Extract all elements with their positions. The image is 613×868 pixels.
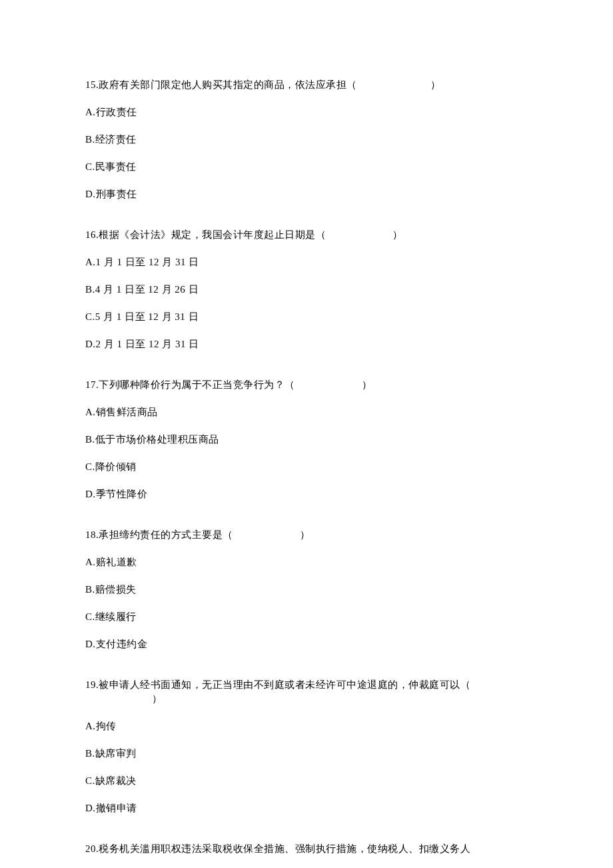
stem-text-pre: 16.根据《会计法》规定，我国会计年度起止日期是（ bbox=[85, 229, 326, 240]
stem-text-post: ） bbox=[430, 79, 441, 90]
question-stem-line1: 20.税务机关滥用职权违法采取税收保全措施、强制执行措施，使纳税人、扣缴义务人 bbox=[85, 842, 528, 856]
option-c: C.民事责任 bbox=[85, 160, 528, 174]
option-c: C.5 月 1 日至 12 月 31 日 bbox=[85, 310, 528, 324]
question-stem: 16.根据《会计法》规定，我国会计年度起止日期是（） bbox=[85, 228, 528, 242]
question-20: 20.税务机关滥用职权违法采取税收保全措施、强制执行措施，使纳税人、扣缴义务人 … bbox=[85, 842, 528, 868]
stem-text-post: ） bbox=[362, 379, 372, 390]
stem-text-pre: 15.政府有关部门限定他人购买其指定的商品，依法应承担（ bbox=[85, 79, 357, 90]
option-c: C.降价倾销 bbox=[85, 460, 528, 474]
question-15: 15.政府有关部门限定他人购买其指定的商品，依法应承担（） A.行政责任 B.经… bbox=[85, 78, 528, 201]
question-19: 19.被申请人经书面通知，无正当理由不到庭或者未经许可中途退庭的，仲裁庭可以（）… bbox=[85, 678, 528, 815]
option-a: A.行政责任 bbox=[85, 105, 528, 119]
option-d: D.刑事责任 bbox=[85, 187, 528, 201]
question-stem: 15.政府有关部门限定他人购买其指定的商品，依法应承担（） bbox=[85, 78, 528, 92]
option-d: D.季节性降价 bbox=[85, 487, 528, 501]
option-b: B.缺席审判 bbox=[85, 747, 528, 761]
stem-text-post: ） bbox=[152, 693, 163, 704]
option-c: C.继续履行 bbox=[85, 610, 528, 624]
option-d: D.支付违约金 bbox=[85, 637, 528, 651]
option-b: B.赔偿损失 bbox=[85, 583, 528, 597]
stem-text-pre: 17.下列哪种降价行为属于不正当竞争行为？（ bbox=[85, 379, 295, 390]
option-d: D.2 月 1 日至 12 月 31 日 bbox=[85, 337, 528, 351]
option-a: A.赔礼道歉 bbox=[85, 555, 528, 569]
question-18: 18.承担缔约责任的方式主要是（） A.赔礼道歉 B.赔偿损失 C.继续履行 D… bbox=[85, 528, 528, 651]
question-17: 17.下列哪种降价行为属于不正当竞争行为？（） A.销售鲜活商品 B.低于市场价… bbox=[85, 378, 528, 501]
stem-text-post: ） bbox=[300, 529, 310, 540]
question-stem: 18.承担缔约责任的方式主要是（） bbox=[85, 528, 528, 542]
stem-text-post: ） bbox=[392, 229, 403, 240]
option-b: B.4 月 1 日至 12 月 26 日 bbox=[85, 283, 528, 297]
stem-text-pre: 18.承担缔约责任的方式主要是（ bbox=[85, 529, 233, 540]
option-a: A.拘传 bbox=[85, 719, 528, 733]
option-b: B.经济责任 bbox=[85, 133, 528, 147]
option-a: A.1 月 1 日至 12 月 31 日 bbox=[85, 255, 528, 269]
option-a: A.销售鲜活商品 bbox=[85, 405, 528, 419]
option-c: C.缺席裁决 bbox=[85, 774, 528, 788]
question-stem: 17.下列哪种降价行为属于不正当竞争行为？（） bbox=[85, 378, 528, 392]
option-d: D.撤销申请 bbox=[85, 801, 528, 815]
option-b: B.低于市场价格处理积压商品 bbox=[85, 433, 528, 447]
question-16: 16.根据《会计法》规定，我国会计年度起止日期是（） A.1 月 1 日至 12… bbox=[85, 228, 528, 351]
stem-text-pre: 19.被申请人经书面通知，无正当理由不到庭或者未经许可中途退庭的，仲裁庭可以（ bbox=[85, 679, 470, 690]
question-stem: 19.被申请人经书面通知，无正当理由不到庭或者未经许可中途退庭的，仲裁庭可以（） bbox=[85, 678, 528, 706]
